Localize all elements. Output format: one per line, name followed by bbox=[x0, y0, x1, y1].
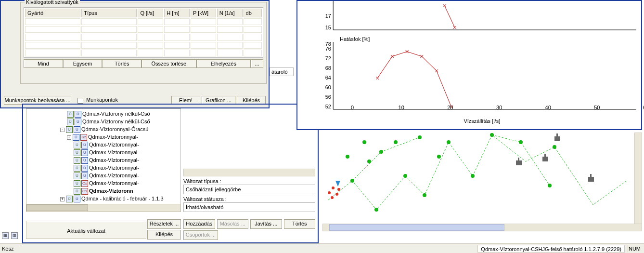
tree-item[interactable]: ÜÜQdmax-Víztorony nélkül-Cső bbox=[26, 110, 180, 118]
svg-rect-46 bbox=[588, 177, 594, 182]
svg-point-31 bbox=[553, 145, 556, 149]
bg-storage-label: átaroló bbox=[270, 67, 294, 76]
tree-item[interactable]: ÜÜQdmax-Víztoronnyal- bbox=[26, 141, 180, 148]
factory-icon bbox=[516, 133, 594, 182]
exit-button[interactable]: Kilépés bbox=[237, 96, 266, 105]
svg-rect-48 bbox=[554, 136, 560, 141]
chart-top: 17 15 bbox=[317, 1, 636, 32]
svg-rect-45 bbox=[518, 158, 519, 160]
tree-item[interactable]: ÜÜQdmax-Víztoronnyal- bbox=[26, 172, 180, 179]
details-button[interactable]: Részletek ... bbox=[147, 219, 181, 229]
selected-pumps-group: Kiválogatott szivattyúk Gyártó Típus Q [… bbox=[20, 2, 267, 84]
tower-icon bbox=[335, 181, 340, 186]
current-variant-button[interactable]: Aktuális változat bbox=[26, 221, 146, 239]
tree-item[interactable]: ÜÜQdmax-Víztoronnyal- bbox=[26, 148, 180, 156]
groups-button[interactable]: Csoportok ... bbox=[183, 230, 218, 240]
delete-button[interactable]: Törlés bbox=[102, 59, 142, 68]
svg-rect-44 bbox=[516, 160, 522, 165]
svg-point-35 bbox=[362, 140, 366, 144]
none-button[interactable]: Egysem bbox=[63, 59, 103, 68]
toolbar-icon-1[interactable]: ▦ bbox=[2, 232, 9, 239]
table-row[interactable] bbox=[25, 26, 262, 33]
col-p[interactable]: P [kW] bbox=[191, 9, 216, 17]
svg-point-21 bbox=[374, 208, 378, 212]
col-db[interactable]: db bbox=[244, 9, 262, 17]
svg-point-23 bbox=[403, 174, 407, 178]
tree-item[interactable]: +ÜÜQdmax - kalibráció - február - 1.1.3 bbox=[26, 195, 180, 202]
status-variant: Qdmax-Víztoronnyal-CSHJG-felső határoló … bbox=[477, 245, 625, 253]
tree-item[interactable]: ÜÜQdmax-Víztoronnyal- bbox=[26, 156, 180, 164]
add-button[interactable]: Hozzáadás ... bbox=[183, 219, 215, 229]
tree-item[interactable]: ÜÜQdmax-Víztoronnyal- bbox=[26, 164, 180, 172]
svg-rect-47 bbox=[590, 174, 592, 177]
svg-point-30 bbox=[548, 184, 552, 187]
svg-point-27 bbox=[471, 174, 475, 178]
variant-status-value: Írható/olvasható bbox=[183, 202, 315, 212]
svg-point-32 bbox=[437, 155, 441, 159]
all-button[interactable]: Mind bbox=[24, 59, 63, 68]
variant-status-label: Változat státusza : bbox=[183, 196, 315, 202]
fix-button[interactable]: Javítás ... bbox=[250, 219, 282, 229]
variant-tree[interactable]: ÜÜQdmax-Víztorony nélkül-CsőÜÜQdmax-Vízt… bbox=[26, 108, 181, 212]
svg-point-28 bbox=[490, 133, 494, 137]
svg-point-24 bbox=[418, 135, 422, 139]
chart2-xlabel: Vízszállítás [l/s] bbox=[464, 118, 500, 124]
status-bar: Kész Qdmax-Víztoronnyal-CSHJG-felső hatá… bbox=[0, 243, 644, 253]
table-row[interactable] bbox=[25, 50, 262, 56]
variant-type-value: Csőhálózati jelleggörbe bbox=[183, 185, 315, 194]
pump-grid[interactable]: Gyártó Típus Q [l/s] H [m] P [kW] N [1/s… bbox=[24, 7, 263, 58]
svg-point-37 bbox=[332, 186, 335, 189]
workpoints-checkbox[interactable]: Munkapontok bbox=[77, 97, 118, 103]
col-q[interactable]: Q [l/s] bbox=[138, 9, 163, 17]
delete-all-button[interactable]: Összes törlése bbox=[142, 59, 196, 68]
toolbar-icon-2[interactable]: ▥ bbox=[11, 232, 18, 239]
col-manufacturer[interactable]: Gyártó bbox=[25, 9, 80, 17]
status-ready: Kész bbox=[2, 245, 13, 253]
svg-point-34 bbox=[367, 160, 371, 163]
chart-efficiency: Hatásfok [%] 5256606468727678 0102030405… bbox=[317, 37, 636, 119]
table-row[interactable] bbox=[25, 18, 262, 25]
exit-button-2[interactable]: Kilépés bbox=[147, 230, 181, 240]
col-type[interactable]: Típus bbox=[81, 9, 137, 17]
tree-item[interactable]: +ÜSzQdmax-Víztoronnyal- bbox=[26, 133, 180, 141]
col-n[interactable]: N [1/s] bbox=[217, 9, 243, 17]
svg-rect-43 bbox=[544, 154, 546, 157]
chart-panel: 17 15 Hatásfok [%] 5256606468727678 0102… bbox=[296, 0, 642, 130]
copy-button[interactable]: Másolás ... bbox=[217, 219, 249, 229]
checkbox-icon bbox=[77, 98, 83, 104]
svg-point-39 bbox=[335, 193, 338, 196]
map-hscrollbar[interactable] bbox=[322, 224, 642, 231]
svg-point-29 bbox=[519, 140, 523, 144]
svg-point-38 bbox=[328, 191, 331, 194]
table-row[interactable] bbox=[25, 42, 262, 49]
svg-point-33 bbox=[394, 140, 398, 144]
col-h[interactable]: H [m] bbox=[164, 9, 190, 17]
more-button[interactable]: ... bbox=[251, 59, 263, 68]
status-numlock: NUM bbox=[628, 245, 641, 253]
tree-item[interactable]: -ÜÜQdmax-Víztoronnyal-Óracsú bbox=[26, 125, 180, 133]
variant-type-label: Változat típusa : bbox=[183, 178, 315, 184]
pump-selection-dialog: Kiválogatott szivattyúk Gyártó Típus Q [… bbox=[0, 0, 270, 108]
group-legend: Kiválogatott szivattyúk bbox=[25, 0, 80, 5]
svg-point-20 bbox=[350, 179, 354, 183]
elem-button[interactable]: Elem! bbox=[171, 96, 200, 105]
network-map[interactable] bbox=[322, 133, 642, 224]
svg-point-22 bbox=[379, 150, 383, 154]
svg-point-41 bbox=[337, 188, 340, 191]
tree-item[interactable]: ÜCsQdmax-Víztoronn bbox=[26, 187, 180, 195]
tree-item[interactable]: ÜCsQdmax-Víztoronnyal- bbox=[26, 179, 180, 187]
delete-variant-button[interactable]: Törlés bbox=[284, 219, 316, 229]
tree-scrollbar[interactable] bbox=[26, 204, 180, 212]
mid-scrollbar[interactable] bbox=[183, 169, 315, 176]
tree-item[interactable]: ÜÜQdmax-Víztorony nélkül-Cső bbox=[26, 118, 180, 125]
map-vscrollbar[interactable] bbox=[634, 133, 642, 224]
svg-rect-49 bbox=[556, 133, 558, 136]
svg-point-40 bbox=[331, 196, 334, 199]
svg-point-36 bbox=[346, 155, 349, 159]
grafikon-button[interactable]: Grafikon ... bbox=[202, 96, 235, 105]
svg-point-25 bbox=[423, 193, 426, 197]
table-row[interactable] bbox=[25, 34, 262, 40]
place-button[interactable]: Elhelyezés bbox=[196, 59, 251, 68]
read-workpoints-button[interactable]: Munkapontok beolvasása ... bbox=[4, 96, 71, 105]
svg-point-26 bbox=[447, 140, 451, 144]
